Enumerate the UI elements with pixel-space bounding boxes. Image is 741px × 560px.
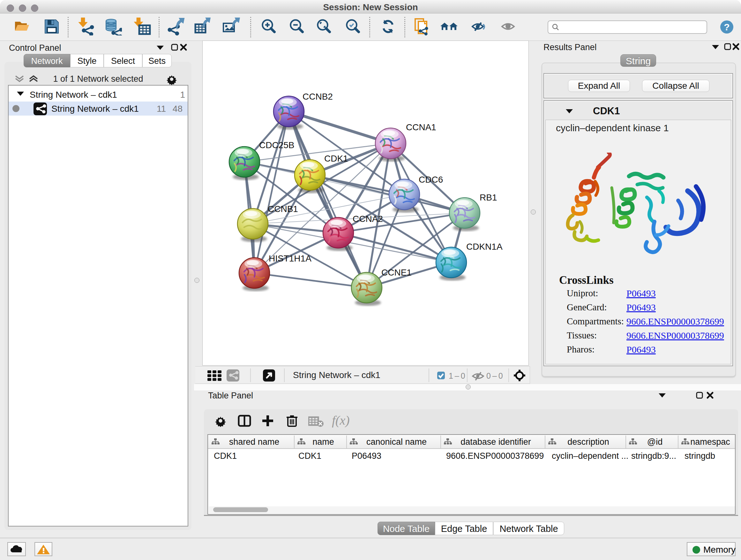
svg-text:CDKN1A: CDKN1A <box>466 242 502 252</box>
svg-text:CCNA2: CCNA2 <box>353 214 383 224</box>
svg-text:CCNB2: CCNB2 <box>302 91 333 102</box>
svg-text:CDC6: CDC6 <box>419 175 443 185</box>
svg-text:CDK1: CDK1 <box>324 153 348 164</box>
svg-text:CCNB1: CCNB1 <box>268 204 298 214</box>
svg-text:CCNA1: CCNA1 <box>406 122 436 132</box>
svg-text:CDC25B: CDC25B <box>259 140 294 150</box>
svg-text:RB1: RB1 <box>480 192 497 202</box>
svg-text:HIST1H1A: HIST1H1A <box>269 253 312 263</box>
svg-text:CCNE1: CCNE1 <box>381 267 412 277</box>
